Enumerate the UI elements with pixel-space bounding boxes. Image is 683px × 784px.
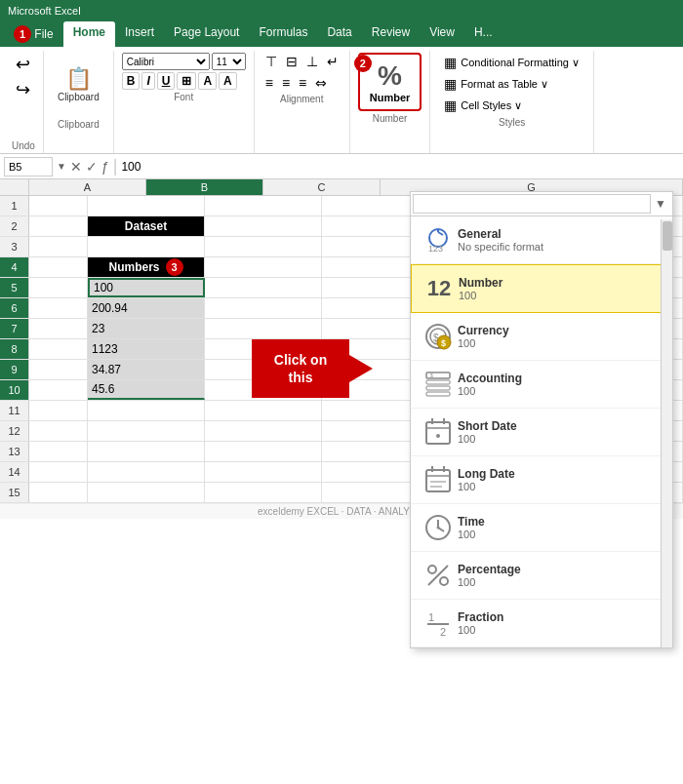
merge-button[interactable]: ⇔: [312, 74, 330, 92]
cell-b9[interactable]: 34.87: [88, 360, 205, 379]
format-as-table-button[interactable]: ▦ Format as Table ∨: [438, 74, 585, 94]
cell-c5[interactable]: [205, 278, 322, 297]
dropdown-scroll-thumb[interactable]: [663, 221, 672, 251]
align-top-button[interactable]: ⊤: [262, 53, 280, 70]
dropdown-item-accounting[interactable]: $ Accounting 100: [411, 361, 672, 409]
tab-review[interactable]: Review: [362, 21, 420, 47]
cell-a15[interactable]: [29, 483, 88, 502]
cell-b5[interactable]: 100: [88, 278, 205, 297]
cell-a5[interactable]: [29, 278, 88, 297]
align-bottom-button[interactable]: ⊥: [303, 53, 321, 70]
underline-button[interactable]: U: [157, 72, 176, 90]
cell-b4-numbers[interactable]: Numbers 3: [88, 257, 205, 277]
cell-a10[interactable]: [29, 380, 88, 400]
dropdown-item-fraction[interactable]: 1 2 Fraction 100: [411, 600, 672, 647]
border-button[interactable]: ⊞: [177, 72, 196, 90]
cell-reference-box[interactable]: B5: [4, 157, 53, 176]
align-left-button[interactable]: ≡: [262, 74, 276, 92]
cell-b7[interactable]: 23: [88, 319, 205, 338]
cell-a7[interactable]: [29, 319, 88, 338]
font-family-select[interactable]: Calibri: [122, 53, 210, 70]
cell-b14[interactable]: [88, 462, 205, 482]
cell-c12[interactable]: [205, 421, 322, 441]
cell-c2[interactable]: [205, 216, 322, 236]
cell-a6[interactable]: [29, 298, 88, 318]
cell-c15[interactable]: [205, 483, 322, 502]
cell-a8[interactable]: [29, 339, 88, 359]
clipboard-button[interactable]: 📋 Clipboard: [52, 53, 105, 117]
dropdown-item-long-date[interactable]: Long Date 100: [411, 456, 672, 504]
number-format-dropdown[interactable]: ▼ 123 General No specific format 12: [410, 191, 673, 648]
cell-b1[interactable]: [88, 196, 205, 216]
col-header-a[interactable]: A: [29, 179, 146, 195]
tab-more[interactable]: H...: [464, 21, 502, 47]
cell-a11[interactable]: [29, 401, 88, 420]
cell-b10[interactable]: 45.6: [88, 380, 205, 400]
font-color-button[interactable]: A: [219, 72, 237, 90]
confirm-formula-icon[interactable]: ✓: [86, 159, 98, 175]
cell-a14[interactable]: [29, 462, 88, 482]
col-header-b[interactable]: B: [146, 179, 263, 195]
cell-c4[interactable]: [205, 257, 322, 277]
cell-a1[interactable]: [29, 196, 88, 216]
cancel-formula-icon[interactable]: ✕: [70, 159, 82, 175]
bold-button[interactable]: B: [122, 72, 141, 90]
cell-a2[interactable]: [29, 216, 88, 236]
cell-a9[interactable]: [29, 360, 88, 379]
col-header-c[interactable]: C: [263, 179, 381, 195]
cell-c13[interactable]: [205, 442, 322, 461]
cell-b3[interactable]: [88, 237, 205, 256]
cell-a3[interactable]: [29, 237, 88, 256]
cell-a13[interactable]: [29, 442, 88, 461]
dropdown-search-input[interactable]: [413, 194, 651, 214]
tab-formulas[interactable]: Formulas: [249, 21, 317, 47]
font-size-select[interactable]: 11: [212, 53, 246, 70]
undo-button[interactable]: ↩: [12, 53, 34, 76]
cell-c11[interactable]: [205, 401, 322, 420]
dropdown-item-number[interactable]: 12 Number 100: [411, 264, 672, 313]
fill-color-button[interactable]: A: [198, 72, 217, 90]
cell-ref-dropdown-arrow[interactable]: ▼: [57, 161, 66, 172]
dropdown-item-currency[interactable]: $ $ Currency 100: [411, 313, 672, 361]
cell-b15[interactable]: [88, 483, 205, 502]
svg-rect-19: [426, 470, 450, 491]
italic-button[interactable]: I: [141, 72, 154, 90]
cell-b12[interactable]: [88, 421, 205, 441]
cell-a12[interactable]: [29, 421, 88, 441]
cell-b2-dataset[interactable]: Dataset: [88, 216, 205, 236]
tab-insert[interactable]: Insert: [115, 21, 164, 47]
cell-c14[interactable]: [205, 462, 322, 482]
conditional-formatting-button[interactable]: ▦ Conditional Formatting ∨: [438, 53, 585, 72]
click-annotation: Click on this: [252, 339, 349, 398]
dropdown-item-percentage[interactable]: Percentage 100: [411, 552, 672, 600]
tab-file[interactable]: 1 File: [4, 21, 63, 47]
insert-function-icon[interactable]: ƒ: [101, 159, 109, 175]
dropdown-search-arrow[interactable]: ▼: [651, 197, 670, 211]
cell-a4[interactable]: [29, 257, 88, 277]
cell-b13[interactable]: [88, 442, 205, 461]
cell-c3[interactable]: [205, 237, 322, 256]
cell-b6[interactable]: 200.94: [88, 298, 205, 318]
tab-home[interactable]: Home: [63, 21, 115, 47]
align-center-button[interactable]: ≡: [279, 74, 293, 92]
tab-data[interactable]: Data: [317, 21, 361, 47]
click-arrow-icon: [349, 355, 373, 382]
cell-styles-button[interactable]: ▦ Cell Styles ∨: [438, 96, 585, 115]
align-middle-button[interactable]: ⊟: [283, 53, 301, 70]
cell-b8[interactable]: 1123: [88, 339, 205, 359]
cell-b11[interactable]: [88, 401, 205, 420]
dropdown-item-short-date[interactable]: Short Date 100: [411, 409, 672, 456]
wrap-text-button[interactable]: ↵: [324, 53, 342, 70]
redo-button[interactable]: ↪: [12, 78, 34, 101]
formula-input[interactable]: [121, 160, 679, 174]
tab-page-layout[interactable]: Page Layout: [164, 21, 249, 47]
cell-c7[interactable]: [205, 319, 322, 338]
dropdown-scrollbar[interactable]: [661, 219, 672, 647]
number-text: Number 100: [459, 276, 652, 301]
cell-c1[interactable]: [205, 196, 322, 216]
cell-c6[interactable]: [205, 298, 322, 318]
dropdown-item-time[interactable]: Time 100: [411, 504, 672, 552]
dropdown-item-general[interactable]: 123 General No specific format: [411, 216, 672, 264]
align-right-button[interactable]: ≡: [296, 74, 309, 92]
tab-view[interactable]: View: [420, 21, 464, 47]
